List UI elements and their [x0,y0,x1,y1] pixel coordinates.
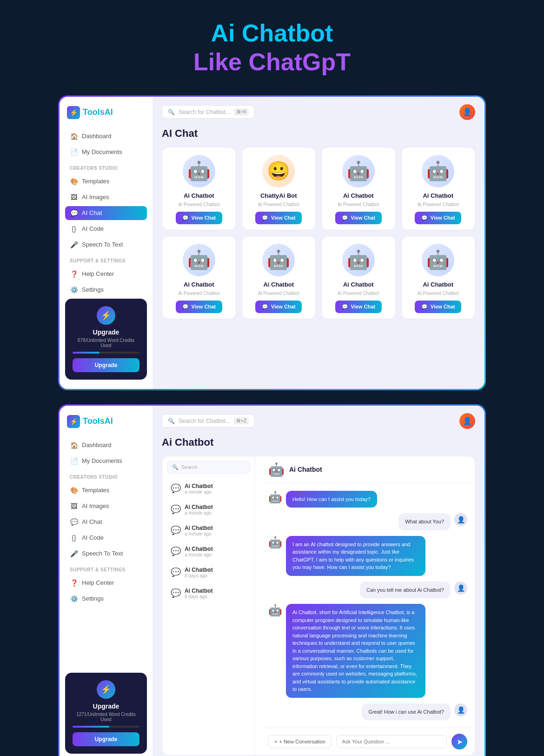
page-heading-2: Ai Chatbot [162,436,475,448]
sidebar-1: ⚡ ToolsAI 🏠 Dashboard 📄 My Documents Cre… [60,97,153,389]
sidebar-item-documents-1[interactable]: 📄 My Documents [65,145,147,159]
logo-1: ⚡ ToolsAI [65,106,147,119]
sidebar-item-images-1[interactable]: 🖼 AI Images [65,190,147,204]
view-chat-btn-0[interactable]: 💬 View Chat [176,212,222,224]
sidebar-item-speech-1[interactable]: 🎤 Speech To Text [65,238,147,252]
chat-conv-header: 🤖 Ai Chatbot [261,456,475,483]
chat-list-item-4[interactable]: 💬 Ai Chatbot 8 days ago [167,563,250,582]
view-chat-btn-2[interactable]: 💬 View Chat [335,212,382,224]
card-subtitle-7: Ai Powered Chatbot [418,291,459,296]
sidebar-item-templates-1[interactable]: 🎨 Templates [65,174,147,188]
chat-btn-icon-5: 💬 [262,304,268,310]
sidebar-item-images-2[interactable]: 🖼 AI Images [65,499,147,513]
card-img-2: 🤖 [342,155,375,187]
sidebar-item-aichat-2[interactable]: 💬 AI Chat [65,515,147,529]
upgrade-credits-1: 678/Unlimited Word Credits Used [73,338,139,348]
sidebar-item-aichat-1[interactable]: 💬 AI Chat [65,206,147,220]
images-icon-2: 🖼 [70,502,78,510]
chat-card-1: 😀 ChattyAi Bot Ai Powered Chatbot 💬 View… [242,147,316,230]
sidebar-item-templates-2[interactable]: 🎨 Templates [65,483,147,497]
msg-row-1: 👤 What about You? [268,513,467,530]
card-subtitle-2: Ai Powered Chatbot [338,202,379,207]
msg-user-avatar-1: 👤 [454,513,467,526]
upgrade-title-2: Upgrade [73,702,139,710]
code-icon: {} [70,225,78,233]
msg-row-3: 👤 Can you tell me about Ai Chatbot? [268,582,467,599]
upgrade-bar-fill-2 [73,726,109,728]
view-chat-btn-1[interactable]: 💬 View Chat [255,212,302,224]
view-chat-btn-5[interactable]: 💬 View Chat [255,301,302,313]
settings-icon-2: ⚙️ [70,595,78,602]
upgrade-avatar-1: ⚡ [97,306,115,325]
chat-messages: 🤖 Hello! How can I assist you today? 👤 W… [261,483,475,728]
send-icon: ➤ [457,737,463,746]
sidebar-item-settings-2[interactable]: ⚙️ Settings [65,592,147,606]
sidebar-item-dashboard-2[interactable]: 🏠 Dashboard [65,438,147,452]
msg-bubble-5: Great! How i can use Ai Chatbot? [362,703,451,721]
upgrade-button-1[interactable]: Upgrade [73,358,139,372]
sidebar-item-help-2[interactable]: ❓ Help Center [65,576,147,590]
section-label-creators-2: Creators Studio [65,470,147,482]
sidebar-item-settings-1[interactable]: ⚙️ Settings [65,283,147,297]
title-line1: Ai Chatbot [193,19,351,47]
search-box-2[interactable]: 🔍 Search for Chatbot... ⌘+Z [162,414,255,428]
sidebar-item-aicode-2[interactable]: {} AI Code [65,531,147,545]
upgrade-credits-2: 1271/Unlimited Word Credits Used [73,712,139,722]
upgrade-button-2[interactable]: Upgrade [73,732,139,746]
upgrade-bar-fill-1 [73,352,100,354]
chat-list-icon-1: 💬 [171,504,181,515]
home-icon: 🏠 [70,133,78,140]
sidebar-item-dashboard-1[interactable]: 🏠 Dashboard [65,129,147,143]
title-ai: Ai [211,20,242,47]
chat-list-item-3[interactable]: 💬 Ai Chatbot a minute ago [167,542,250,561]
card-img-0: 🤖 [183,155,215,187]
card-img-5: 🤖 [262,244,295,276]
chat-list-item-2[interactable]: 💬 Ai Chatbot a minute ago [167,521,250,540]
help-icon-2: ❓ [70,579,78,587]
chat-conv-panel: 🤖 Ai Chatbot 🤖 Hello! How can I assist y… [261,456,475,756]
sidebar-item-aicode-1[interactable]: {} AI Code [65,222,147,236]
chat-list-search[interactable]: 🔍 Search [167,461,250,474]
upgrade-avatar-2: ⚡ [97,680,115,699]
chat-btn-icon-2: 💬 [342,215,348,221]
chat-list-icon-3: 💬 [171,546,181,556]
chat-icon-2: 💬 [70,518,78,526]
card-img-6: 🤖 [342,244,375,276]
logo-2: ⚡ ToolsAI [65,415,147,428]
send-button[interactable]: ➤ [451,734,467,749]
search-box-1[interactable]: 🔍 Search for Chatbot... ⌘+K [162,105,255,119]
home-icon-2: 🏠 [70,442,78,449]
user-avatar-2[interactable]: 👤 [459,413,475,429]
card-img-4: 🤖 [183,244,215,276]
chat-card-7: 🤖 Ai Chatbot Ai Powered Chatbot 💬 View C… [401,236,476,319]
view-chat-btn-3[interactable]: 💬 View Chat [415,212,461,224]
chat-list-icon-4: 💬 [171,567,181,577]
view-chat-btn-4[interactable]: 💬 View Chat [176,301,222,313]
upgrade-title-1: Upgrade [73,328,139,336]
cards-grid-1: 🤖 Ai Chatbot Ai Powered Chatbot 💬 View C… [162,147,475,319]
view-chat-btn-6[interactable]: 💬 View Chat [335,301,382,313]
msg-avatar-2: 🤖 [268,536,282,549]
sidebar-item-documents-2[interactable]: 📄 My Documents [65,454,147,468]
user-avatar-1[interactable]: 👤 [459,104,475,120]
msg-row-2: 🤖 I am an AI chatbot designed to provide… [268,536,467,576]
page-heading-1: AI Chat [162,127,475,140]
chat-list-item-1[interactable]: 💬 Ai Chatbot a minute ago [167,500,250,519]
upgrade-box-2: ⚡ Upgrade 1271/Unlimited Word Credits Us… [65,673,147,754]
search-shortcut-1: ⌘+K [234,108,249,115]
msg-row-4: 🤖 Ai Chatbot, short for Artificial Intel… [268,604,467,698]
chat-list-item-5[interactable]: 💬 Ai Chatbot 8 days ago [167,584,250,603]
chat-input-field[interactable] [336,735,447,748]
logo-icon-1: ⚡ [67,106,80,119]
main-content-1: 🔍 Search for Chatbot... ⌘+K 👤 AI Chat 🤖 … [153,97,484,389]
new-conversation-button[interactable]: + + New Conversation [268,735,332,748]
chat-list-item-0[interactable]: 💬 Ai Chatbot a minute ago [167,479,250,498]
msg-user-avatar-5: 👤 [454,703,467,716]
msg-bubble-4: Ai Chatbot, short for Artificial Intelli… [286,604,425,698]
card-img-1: 😀 [262,155,295,187]
view-chat-btn-7[interactable]: 💬 View Chat [415,301,461,313]
sidebar-item-help-1[interactable]: ❓ Help Center [65,267,147,281]
sidebar-item-speech-2[interactable]: 🎤 Speech To Text [65,547,147,561]
card-name-5: Ai Chatbot [263,281,294,288]
templates-icon-2: 🎨 [70,487,78,494]
